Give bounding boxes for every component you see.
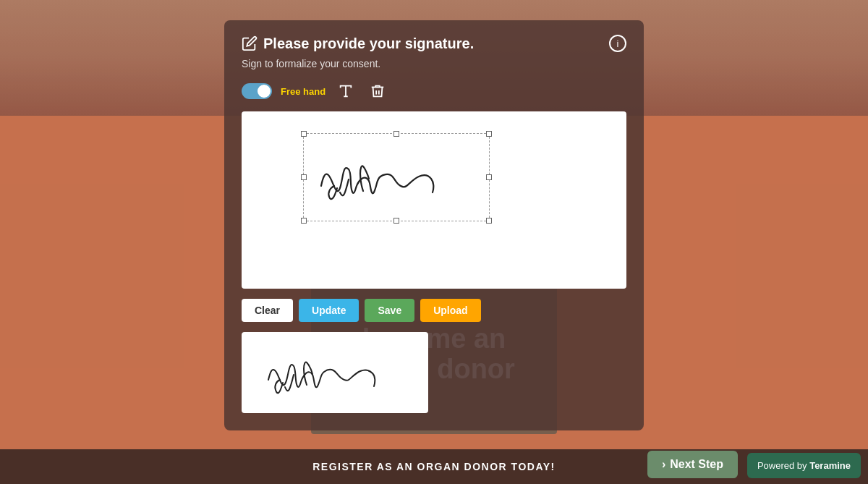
- delete-tool-icon[interactable]: [366, 80, 389, 103]
- handle-left[interactable]: [301, 174, 307, 180]
- handle-top[interactable]: [393, 131, 399, 137]
- action-buttons: Clear Update Save Upload: [242, 299, 626, 322]
- upload-button[interactable]: Upload: [420, 299, 480, 322]
- save-button[interactable]: Save: [365, 299, 414, 322]
- handle-bottom[interactable]: [393, 218, 399, 224]
- update-button[interactable]: Update: [299, 299, 359, 322]
- powered-by-prefix: Powered by: [757, 460, 807, 471]
- next-step-button[interactable]: › Next Step: [647, 451, 738, 478]
- teramine-brand: Teramine: [809, 460, 851, 471]
- pen-icon: [242, 35, 258, 51]
- signature-modal: Please provide your signature. i Sign to…: [224, 20, 644, 430]
- clear-button[interactable]: Clear: [242, 299, 293, 322]
- signature-drawing: [307, 139, 488, 215]
- signature-preview: [242, 332, 428, 413]
- handle-bl[interactable]: [301, 218, 307, 224]
- next-step-label: Next Step: [670, 458, 723, 471]
- handle-tr[interactable]: [486, 131, 492, 137]
- register-banner: REGISTER AS AN ORGAN DONOR TODAY!: [312, 461, 556, 472]
- handle-tl[interactable]: [301, 131, 307, 137]
- info-icon[interactable]: i: [609, 35, 626, 52]
- modal-subtitle: Sign to formalize your consent.: [242, 58, 626, 69]
- freehand-toggle[interactable]: [242, 83, 272, 99]
- signature-preview-drawing: [255, 340, 414, 405]
- bottom-bar: REGISTER AS AN ORGAN DONOR TODAY!: [0, 449, 868, 484]
- title-row: Please provide your signature.: [242, 35, 474, 52]
- modal-header: Please provide your signature. i: [242, 35, 626, 52]
- next-step-arrow: ›: [662, 458, 665, 471]
- handle-br[interactable]: [486, 218, 492, 224]
- text-tool-icon[interactable]: [334, 80, 357, 103]
- modal-title: Please provide your signature.: [263, 35, 474, 52]
- signature-canvas[interactable]: [242, 111, 626, 289]
- toolbar-row: Free hand: [242, 80, 626, 103]
- freehand-label: Free hand: [281, 86, 326, 97]
- powered-by-badge: Powered by Teramine: [747, 453, 861, 478]
